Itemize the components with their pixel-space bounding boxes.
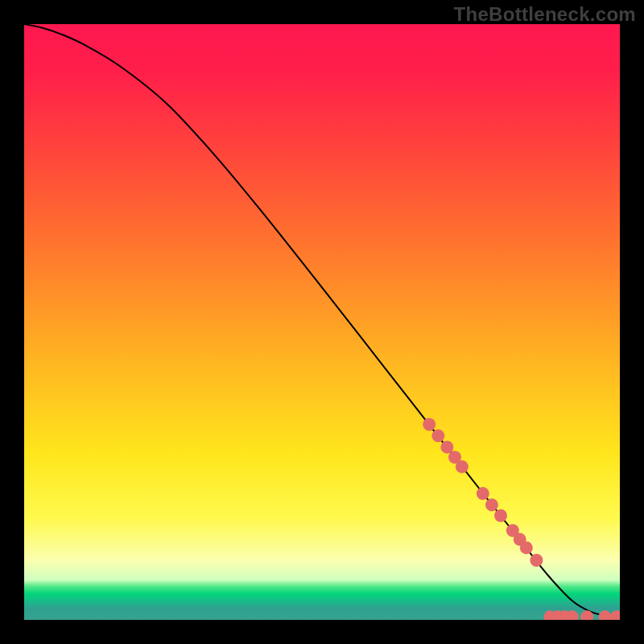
marker-dot xyxy=(599,610,612,620)
marker-dot xyxy=(431,429,444,442)
watermark-text: TheBottleneck.com xyxy=(454,3,636,26)
marker-dot xyxy=(530,554,543,567)
chart-frame: TheBottleneck.com xyxy=(0,0,644,644)
marker-dot xyxy=(423,418,436,431)
plot-area xyxy=(24,24,620,620)
marker-dots xyxy=(423,418,620,620)
marker-dot xyxy=(610,610,620,620)
marker-dot xyxy=(520,541,533,554)
marker-dot xyxy=(440,440,453,453)
marker-dot xyxy=(485,498,498,511)
marker-dot xyxy=(494,510,507,522)
marker-dot xyxy=(477,487,489,500)
marker-dot xyxy=(456,460,469,473)
main-curve xyxy=(24,24,620,617)
chart-overlay-svg xyxy=(24,24,620,620)
